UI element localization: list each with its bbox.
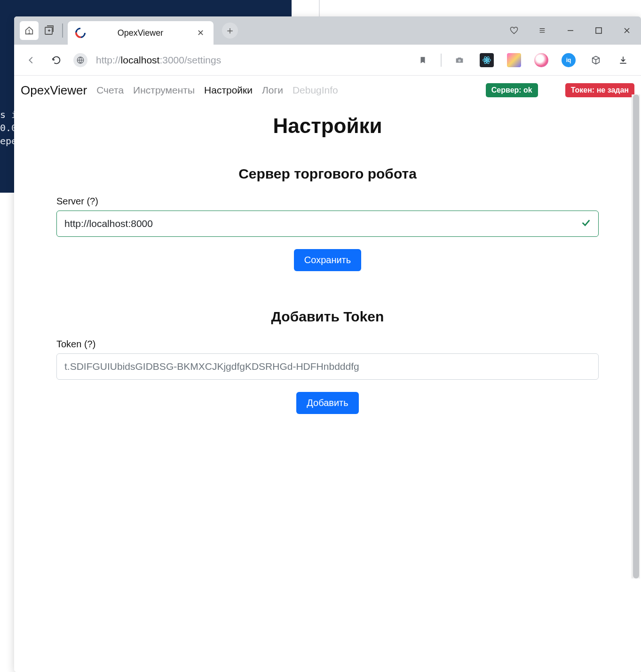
tab-separator: [62, 23, 63, 38]
tab-close-button[interactable]: ✕: [195, 26, 206, 40]
add-token-button[interactable]: Добавить: [296, 392, 358, 414]
downloads-button[interactable]: [614, 51, 633, 70]
bookmark-page-button[interactable]: [413, 51, 432, 70]
page-viewport: OpexViewer Счета Инструменты Настройки Л…: [14, 76, 641, 672]
new-tab-button[interactable]: ＋: [222, 23, 238, 39]
server-url-input[interactable]: [56, 211, 599, 237]
snapshot-extension-icon[interactable]: [450, 51, 469, 70]
easy-setup-button[interactable]: ≡: [528, 24, 556, 37]
url-text[interactable]: http://localhost:3000/settings: [96, 55, 221, 66]
browser-window: 1 OpexViewer ✕ ＋: [14, 16, 641, 672]
speed-dial-button[interactable]: 1: [20, 21, 39, 40]
nav-back-button[interactable]: [23, 52, 40, 69]
bookmarks-heart-icon[interactable]: [500, 26, 528, 35]
nav-reload-button[interactable]: [48, 52, 65, 69]
save-server-button[interactable]: Сохранить: [294, 249, 361, 271]
gradient-extension-icon[interactable]: [505, 51, 523, 70]
app-brand[interactable]: OpexViewer: [21, 83, 87, 98]
tab-count: 1: [28, 29, 31, 35]
svg-point-3: [458, 59, 461, 62]
token-input[interactable]: [56, 353, 599, 380]
scrollbar-thumb[interactable]: [633, 94, 639, 578]
window-maximize-button[interactable]: [585, 21, 613, 40]
tab-favicon-icon: [73, 25, 87, 40]
page-scrollbar[interactable]: [632, 94, 640, 578]
app-navbar: OpexViewer Счета Инструменты Настройки Л…: [14, 76, 641, 105]
workspaces-button[interactable]: [40, 22, 57, 39]
nav-link-instruments[interactable]: Инструменты: [133, 85, 195, 96]
svg-point-4: [486, 59, 487, 61]
url-path: :3000/settings: [159, 55, 221, 65]
url-scheme: http://: [96, 55, 121, 65]
token-section-heading: Добавить Token: [56, 309, 599, 325]
extensions-button[interactable]: [586, 51, 605, 70]
token-section: Добавить Token Token (?) Добавить: [56, 309, 599, 414]
browser-tab[interactable]: OpexViewer ✕: [68, 21, 214, 45]
server-section-heading: Сервер торгового робота: [56, 166, 599, 182]
tab-title: OpexViewer: [91, 28, 190, 38]
server-status-badge: Сервер: ok: [486, 83, 538, 97]
nav-link-debuginfo: DebugInfo: [293, 85, 338, 96]
toolbar-separator: [441, 54, 442, 67]
nav-link-accounts[interactable]: Счета: [96, 85, 124, 96]
browser-address-bar: http://localhost:3000/settings iq: [14, 45, 641, 76]
valid-check-icon: [581, 218, 591, 230]
react-devtools-extension-icon[interactable]: [477, 51, 496, 70]
token-input-label: Token (?): [56, 339, 599, 350]
nav-link-settings[interactable]: Настройки: [204, 85, 253, 96]
iq-extension-icon[interactable]: iq: [559, 51, 578, 70]
token-status-badge: Токен: не задан: [565, 83, 634, 97]
server-section: Сервер торгового робота Server (?) Сохра…: [56, 166, 599, 271]
page-title: Настройки: [56, 114, 599, 138]
browser-titlebar: 1 OpexViewer ✕ ＋: [14, 16, 641, 45]
url-host: localhost: [121, 55, 160, 65]
svg-rect-1: [596, 28, 601, 33]
window-close-button[interactable]: [613, 21, 641, 40]
nav-link-logs[interactable]: Логи: [262, 85, 283, 96]
window-minimize-button[interactable]: [556, 21, 585, 40]
server-input-label: Server (?): [56, 196, 599, 207]
site-info-button[interactable]: [73, 53, 87, 67]
page-content: Настройки Сервер торгового робота Server…: [14, 105, 641, 470]
pink-extension-icon[interactable]: [532, 51, 551, 70]
